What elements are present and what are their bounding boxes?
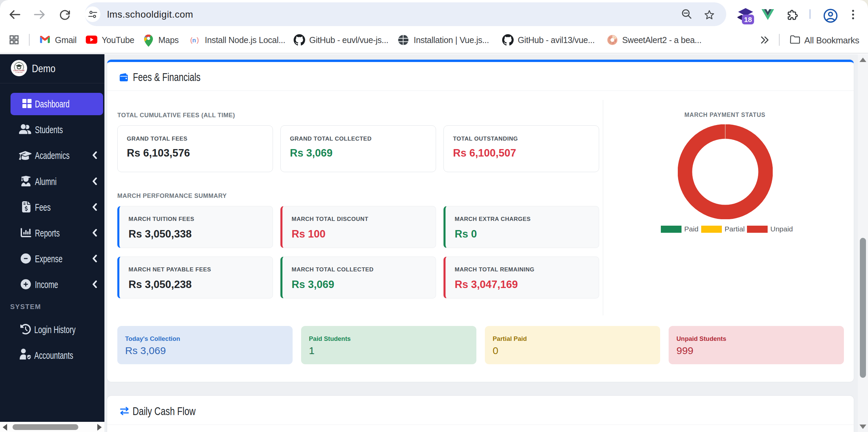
svg-text:18: 18 — [744, 16, 752, 23]
svg-text:n: n — [192, 37, 196, 44]
svg-text:LOGO NAME: LOGO NAME — [13, 69, 25, 71]
svg-text:): ) — [197, 36, 199, 44]
svg-text:SLOGAN HERE: SLOGAN HERE — [15, 72, 23, 73]
